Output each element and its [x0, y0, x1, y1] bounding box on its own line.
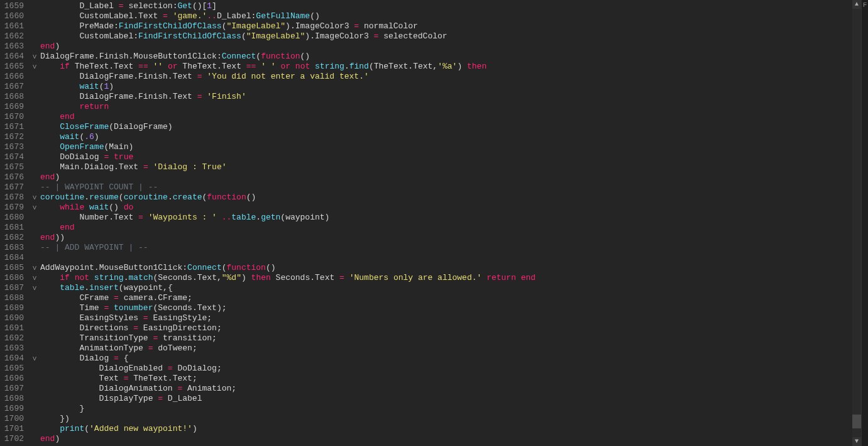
fold-marker [29, 424, 40, 434]
fold-marker [29, 343, 40, 354]
code-line[interactable]: EasingStyles = EasingStyle; [40, 313, 868, 323]
code-line[interactable]: }) [40, 414, 868, 424]
fold-marker [29, 434, 40, 444]
code-line[interactable]: table.insert(waypoint,{ [40, 283, 868, 293]
fold-marker[interactable]: v [29, 62, 40, 72]
code-line[interactable]: DialogAnimation = Animation; [40, 384, 868, 394]
fold-marker [29, 172, 40, 182]
line-number: 1679 [0, 203, 24, 213]
code-line[interactable]: DisplayType = D_Label [40, 394, 868, 404]
code-line[interactable]: Directions = EasingDirection; [40, 323, 868, 333]
fold-marker [29, 142, 40, 152]
code-line[interactable]: Number.Text = 'Waypoints : ' ..table.get… [40, 213, 868, 223]
code-line[interactable]: CustomLabel.Text = 'game.'..D_Label:GetF… [40, 11, 868, 21]
fold-marker [29, 31, 40, 42]
code-line[interactable]: end) [40, 172, 868, 182]
fold-marker[interactable]: v [29, 52, 40, 62]
fold-marker [29, 92, 40, 102]
line-number: 1688 [0, 293, 24, 303]
fold-marker[interactable]: v [29, 273, 40, 283]
scroll-up-button[interactable]: ▲ [852, 0, 861, 9]
code-editor[interactable]: 1659166016611662166316641665166616671668… [0, 0, 868, 446]
line-number: 1671 [0, 122, 24, 132]
code-line[interactable]: DialogFrame.Finish.Text = 'You did not e… [40, 72, 868, 82]
code-line[interactable]: Text = TheText.Text; [40, 374, 868, 384]
fold-marker [29, 122, 40, 132]
code-line[interactable]: Dialog = { [40, 354, 868, 364]
code-line[interactable]: wait(.6) [40, 132, 868, 142]
fold-marker [29, 293, 40, 303]
line-number: 1699 [0, 404, 24, 414]
code-line[interactable]: } [40, 404, 868, 414]
line-number: 1662 [0, 31, 24, 42]
code-line[interactable]: wait(1) [40, 82, 868, 92]
fold-marker[interactable]: v [29, 354, 40, 364]
right-side-panel: F [861, 0, 868, 446]
fold-marker [29, 112, 40, 122]
code-line[interactable]: end [40, 223, 868, 233]
fold-marker [29, 72, 40, 82]
fold-marker [29, 42, 40, 52]
vertical-scrollbar[interactable]: ▲ ▼ [852, 0, 861, 446]
code-line[interactable]: while wait() do [40, 203, 868, 213]
code-line[interactable]: -- | WAYPOINT COUNT | -- [40, 182, 868, 192]
code-line[interactable]: end)) [40, 233, 868, 243]
code-line[interactable]: DialogEnabled = DoDialog; [40, 364, 868, 374]
fold-marker [29, 162, 40, 172]
line-number-gutter: 1659166016611662166316641665166616671668… [0, 0, 29, 446]
fold-marker [29, 374, 40, 384]
code-line[interactable]: -- | ADD WAYPOINT | -- [40, 243, 868, 253]
line-number: 1697 [0, 384, 24, 394]
code-line[interactable]: OpenFrame(Main) [40, 142, 868, 152]
line-number: 1674 [0, 152, 24, 162]
scroll-down-button[interactable]: ▼ [852, 437, 861, 446]
line-number: 1669 [0, 102, 24, 112]
fold-marker [29, 384, 40, 394]
line-number: 1668 [0, 92, 24, 102]
fold-marker [29, 82, 40, 92]
code-line[interactable]: end) [40, 42, 868, 52]
code-line[interactable]: return [40, 102, 868, 112]
code-line[interactable]: TransitionType = transition; [40, 333, 868, 343]
code-line[interactable]: DoDialog = true [40, 152, 868, 162]
code-line[interactable]: AnimationType = doTween; [40, 343, 868, 354]
line-number: 1698 [0, 394, 24, 404]
code-line[interactable]: coroutine.resume(coroutine.create(functi… [40, 192, 868, 203]
line-number: 1678 [0, 192, 24, 203]
fold-marker[interactable]: v [29, 263, 40, 273]
code-line[interactable]: Main.Dialog.Text = 'Dialog : True' [40, 162, 868, 172]
line-number: 1693 [0, 343, 24, 354]
code-line[interactable]: D_Label = selection:Get()[1] [40, 1, 868, 11]
code-line[interactable]: DialogFrame.Finish.MouseButton1Click:Con… [40, 52, 868, 62]
scroll-thumb[interactable] [852, 415, 861, 428]
line-number: 1702 [0, 434, 24, 444]
code-line[interactable]: CustomLabel:FindFirstChildOfClass("Image… [40, 31, 868, 42]
line-number: 1701 [0, 424, 24, 434]
code-line[interactable]: DialogFrame.Finish.Text = 'Finish' [40, 92, 868, 102]
code-line[interactable]: if TheText.Text == '' or TheText.Text ==… [40, 62, 868, 72]
fold-marker [29, 213, 40, 223]
fold-marker [29, 21, 40, 31]
fold-marker[interactable]: v [29, 203, 40, 213]
line-number: 1677 [0, 182, 24, 192]
code-line[interactable]: end [40, 112, 868, 122]
code-line[interactable]: print('Added new waypoint!') [40, 424, 868, 434]
code-line[interactable]: PreMade:FindFirstChildOfClass("ImageLabe… [40, 21, 868, 31]
fold-marker[interactable]: v [29, 283, 40, 293]
code-line[interactable]: CFrame = camera.CFrame; [40, 293, 868, 303]
fold-marker [29, 182, 40, 192]
line-number: 1663 [0, 42, 24, 52]
fold-marker [29, 243, 40, 253]
code-line[interactable] [40, 253, 868, 263]
fold-marker[interactable]: v [29, 192, 40, 203]
code-line[interactable]: AddWaypoint.MouseButton1Click:Connect(fu… [40, 263, 868, 273]
code-line[interactable]: if not string.match(Seconds.Text,"%d") t… [40, 273, 868, 283]
line-number: 1659 [0, 1, 24, 11]
code-area[interactable]: D_Label = selection:Get()[1] CustomLabel… [40, 0, 868, 446]
code-line[interactable]: CloseFrame(DialogFrame) [40, 122, 868, 132]
fold-column[interactable]: vvvvvvvv [29, 0, 40, 446]
code-line[interactable]: Time = tonumber(Seconds.Text); [40, 303, 868, 313]
line-number: 1680 [0, 213, 24, 223]
line-number: 1667 [0, 82, 24, 92]
code-line[interactable]: end) [40, 434, 868, 444]
